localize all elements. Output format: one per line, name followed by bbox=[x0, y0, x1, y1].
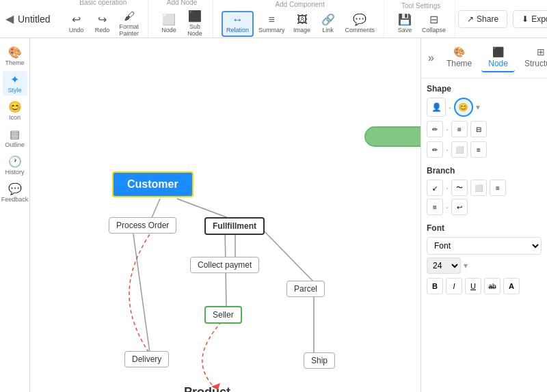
outline-btn3[interactable]: ⊟ bbox=[470, 121, 487, 137]
customer-node[interactable]: Customer bbox=[112, 171, 194, 197]
shape-default-button[interactable]: 👤 bbox=[427, 98, 446, 117]
summary-button[interactable]: ≡ Summary bbox=[255, 12, 289, 36]
font-style-row: B I U ab A bbox=[427, 278, 542, 294]
relation-button[interactable]: ↔ Relation bbox=[222, 11, 254, 37]
style-label: Style bbox=[8, 87, 21, 94]
delivery-node[interactable]: Delivery bbox=[124, 351, 169, 367]
ship-node[interactable]: Ship bbox=[304, 352, 335, 369]
branch-row1: ↙ · 〜 ⬜ ≡ bbox=[427, 180, 542, 196]
svg-line-6 bbox=[133, 229, 150, 352]
link-label: Link bbox=[322, 27, 334, 33]
outline-icon: ▤ bbox=[10, 128, 20, 141]
sidebar-item-theme[interactable]: 🎨 Theme bbox=[3, 44, 27, 68]
parcel-node[interactable]: Parcel bbox=[286, 281, 325, 297]
outline-btn1[interactable]: ✏ bbox=[427, 121, 443, 137]
process-order-node[interactable]: Process Order bbox=[109, 217, 176, 234]
seller-node[interactable]: Seller bbox=[204, 306, 242, 324]
undo-button[interactable]: ↩ Undo bbox=[64, 12, 88, 36]
collapse-icon: ⊟ bbox=[429, 14, 438, 25]
image-button[interactable]: 🖼 Image bbox=[290, 12, 315, 36]
canvas[interactable]: Customer Process Order Fullfillment Coll… bbox=[30, 38, 421, 392]
strikethrough-label: ab bbox=[488, 283, 496, 290]
uppercase-button[interactable]: A bbox=[503, 278, 520, 294]
tab-structure[interactable]: ⊞ Structure bbox=[518, 44, 547, 72]
relation-icon: ↔ bbox=[232, 14, 243, 25]
shape-row: 👤 · 😊 ▾ bbox=[427, 98, 542, 117]
sidebar-item-outline[interactable]: ▤ Outline bbox=[3, 126, 27, 150]
branch-btn5[interactable]: ≡ bbox=[427, 199, 443, 215]
node-tab-label: Node bbox=[488, 59, 508, 68]
font-section: Font Font 24 12 14 16 18 20 24 28 32 bbox=[427, 223, 542, 294]
branch-btn6[interactable]: ↩ bbox=[451, 199, 468, 215]
redo-button[interactable]: ↪ Redo bbox=[90, 12, 114, 36]
tab-theme[interactable]: 🎨 Theme bbox=[440, 44, 479, 72]
format-painter-button[interactable]: 🖌 Format Painter bbox=[116, 9, 142, 39]
collapse-button[interactable]: ⊟ Collapse bbox=[418, 12, 449, 36]
bold-button[interactable]: B bbox=[427, 278, 443, 294]
relation-label: Relation bbox=[226, 27, 249, 33]
tab-node[interactable]: ⬛ Node bbox=[481, 44, 515, 72]
node-tab-icon: ⬛ bbox=[492, 46, 504, 57]
strikethrough-button[interactable]: ab bbox=[484, 278, 501, 294]
comments-icon: 💬 bbox=[353, 14, 366, 25]
font-size-chevron: ▾ bbox=[464, 261, 468, 270]
dot-separator: · bbox=[449, 102, 451, 113]
svg-line-1 bbox=[177, 199, 232, 219]
summary-icon: ≡ bbox=[269, 14, 275, 25]
sub-node-button[interactable]: ⬛ Sub Node bbox=[183, 9, 207, 39]
share-icon: ↗ bbox=[467, 14, 474, 24]
underline-button[interactable]: U bbox=[465, 278, 481, 294]
right-panel: » 🎨 Theme ⬛ Node ⊞ Structure Shape bbox=[421, 38, 547, 392]
product-label: Product bbox=[184, 385, 230, 392]
share-button[interactable]: ↗ Share bbox=[458, 10, 507, 28]
link-button[interactable]: 🔗 Link bbox=[316, 12, 341, 36]
node-button[interactable]: ⬜ Node bbox=[157, 12, 181, 36]
sidebar-item-style[interactable]: ✦ Style bbox=[3, 71, 27, 96]
branch-btn1[interactable]: ↙ bbox=[427, 180, 443, 196]
branch-btn2[interactable]: 〜 bbox=[451, 180, 468, 196]
save-button[interactable]: 💾 Save bbox=[392, 12, 417, 36]
branch-btn4[interactable]: ≡ bbox=[490, 180, 506, 196]
underline-label: U bbox=[470, 282, 476, 290]
feedback-label: Feedback bbox=[1, 196, 29, 203]
export-button[interactable]: ⬇ Export bbox=[513, 10, 547, 28]
outline-btn4[interactable]: ✏ bbox=[427, 141, 443, 158]
panel-collapse-button[interactable]: » bbox=[428, 52, 434, 64]
sidebar-item-history[interactable]: 🕐 History bbox=[3, 153, 27, 178]
process-order-label: Process Order bbox=[116, 221, 169, 230]
shape-circle-icon: 😊 bbox=[458, 102, 468, 112]
left-sidebar: 🎨 Theme ✦ Style 😊 Icon ▤ Outline 🕐 Histo… bbox=[0, 38, 30, 392]
sub-node-icon: ⬛ bbox=[188, 11, 202, 22]
connections-svg bbox=[30, 38, 421, 392]
panel-header: » 🎨 Theme ⬛ Node ⊞ Structure bbox=[421, 38, 547, 79]
font-select[interactable]: Font bbox=[427, 237, 542, 255]
branch-btn3[interactable]: ⬜ bbox=[470, 180, 487, 196]
collect-label: Collect paymet bbox=[198, 260, 252, 270]
product-node[interactable]: Product bbox=[177, 382, 237, 392]
sidebar-item-feedback[interactable]: 💬 Feedback bbox=[3, 180, 27, 205]
image-label: Image bbox=[293, 27, 310, 33]
italic-button[interactable]: I bbox=[446, 278, 462, 294]
sidebar-item-icon[interactable]: 😊 Icon bbox=[3, 98, 27, 123]
comments-button[interactable]: 💬 Comments bbox=[342, 12, 379, 36]
shape-chevron[interactable]: ▾ bbox=[476, 102, 480, 112]
font-size-select[interactable]: 24 12 14 16 18 20 24 28 32 bbox=[427, 257, 461, 274]
branch-row2: ≡ · ↩ bbox=[427, 199, 542, 215]
customer-label: Customer bbox=[127, 178, 178, 190]
shape-circle-button[interactable]: 😊 bbox=[454, 98, 473, 117]
outline-btn2[interactable]: ≡ bbox=[451, 121, 468, 137]
toolbar-right: ↗ Share ⬇ Export bbox=[458, 10, 547, 28]
export-icon: ⬇ bbox=[522, 14, 529, 24]
outline-btn5[interactable]: ⬜ bbox=[451, 141, 468, 158]
image-icon: 🖼 bbox=[297, 14, 308, 25]
node-icon: ⬜ bbox=[162, 14, 176, 25]
collect-node[interactable]: Collect paymet bbox=[190, 257, 259, 273]
feedback-icon: 💬 bbox=[8, 182, 22, 195]
shape-section: Shape 👤 · 😊 ▾ ✏ · ≡ ⊟ bbox=[427, 84, 542, 158]
outline-btn6[interactable]: ≡ bbox=[470, 141, 487, 158]
fulfillment-node[interactable]: Fullfillment bbox=[204, 217, 265, 235]
back-button[interactable]: ◀ bbox=[5, 12, 14, 25]
main-area: 🎨 Theme ✦ Style 😊 Icon ▤ Outline 🕐 Histo… bbox=[0, 38, 547, 392]
summary-label: Summary bbox=[258, 27, 285, 33]
toolbar: ◀ Untitled Basic operation ↩ Undo ↪ Redo… bbox=[0, 0, 547, 38]
